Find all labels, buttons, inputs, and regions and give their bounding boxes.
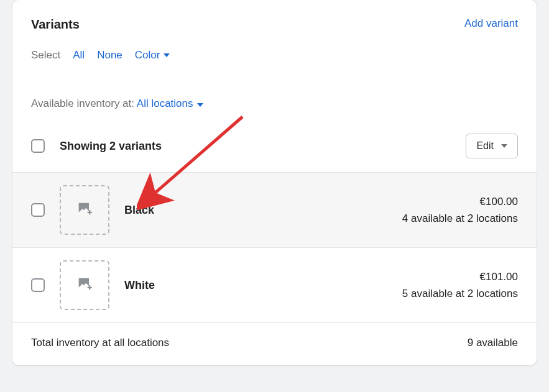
- select-color[interactable]: Color: [135, 49, 170, 62]
- variant-price: €101.00: [402, 268, 518, 285]
- footer-total: 9 available: [468, 337, 518, 349]
- chevron-down-icon: [164, 53, 170, 57]
- variant-checkbox[interactable]: [31, 203, 45, 217]
- variant-price: €100.00: [402, 193, 518, 210]
- inventory-row: Available inventory at: All locations: [12, 62, 537, 110]
- showing-count: Showing 2 variants: [60, 140, 451, 153]
- inventory-location-label: All locations: [137, 98, 193, 109]
- image-add-icon: [76, 275, 93, 295]
- svg-point-1: [80, 280, 83, 282]
- inventory-location-select[interactable]: All locations: [137, 98, 203, 109]
- variant-row[interactable]: Black€100.004 available at 2 locations: [12, 173, 537, 248]
- select-label: Select: [31, 49, 60, 62]
- card-title: Variants: [31, 17, 80, 32]
- variant-row[interactable]: White€101.005 available at 2 locations: [12, 248, 537, 323]
- edit-button-label: Edit: [476, 140, 494, 152]
- variant-info: €101.005 available at 2 locations: [402, 268, 518, 302]
- variant-stock: 5 available at 2 locations: [402, 285, 518, 302]
- list-header-row: Showing 2 variants Edit: [12, 110, 537, 173]
- variant-info: €100.004 available at 2 locations: [402, 193, 518, 227]
- variant-image-placeholder[interactable]: [60, 260, 109, 310]
- variant-name: White: [124, 279, 387, 292]
- variant-stock: 4 available at 2 locations: [402, 210, 518, 227]
- chevron-down-icon: [501, 144, 507, 148]
- variant-name: Black: [124, 204, 387, 217]
- footer-label: Total inventory at all locations: [31, 337, 169, 349]
- add-variant-link[interactable]: Add variant: [464, 17, 518, 30]
- image-add-icon: [76, 200, 93, 220]
- footer-row: Total inventory at all locations 9 avail…: [12, 323, 537, 365]
- select-none[interactable]: None: [97, 49, 122, 62]
- edit-button[interactable]: Edit: [466, 134, 518, 158]
- card-header: Variants Add variant: [12, 0, 537, 32]
- variants-card: Variants Add variant Select All None Col…: [12, 0, 537, 365]
- chevron-down-icon: [197, 103, 203, 107]
- select-all[interactable]: All: [73, 49, 85, 62]
- svg-point-0: [80, 204, 83, 207]
- variant-image-placeholder[interactable]: [60, 185, 109, 235]
- select-all-checkbox[interactable]: [31, 139, 45, 153]
- inventory-label: Available inventory at:: [31, 98, 137, 109]
- variant-checkbox[interactable]: [31, 278, 45, 292]
- select-color-label: Color: [135, 49, 160, 62]
- select-row: Select All None Color: [12, 32, 537, 62]
